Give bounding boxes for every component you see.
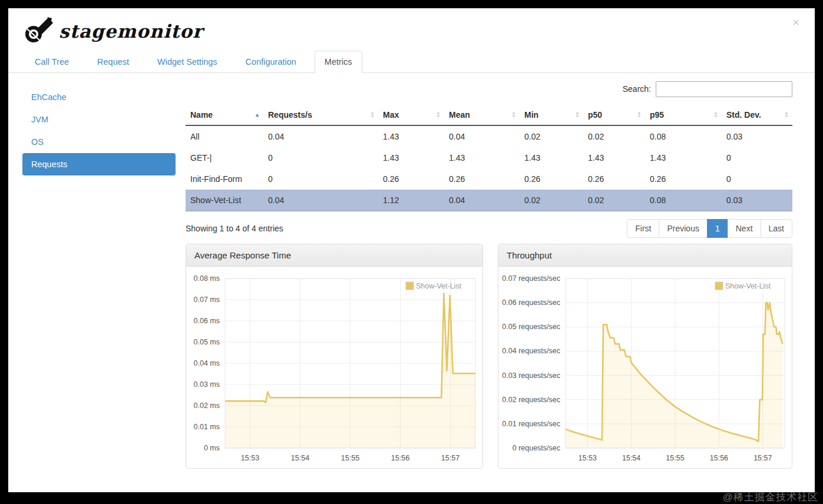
svg-text:15:54: 15:54 (622, 454, 640, 462)
svg-text:0.01 requests/sec: 0.01 requests/sec (502, 420, 560, 428)
cell-name: Init-Find-Form (186, 168, 263, 190)
sort-icon: ▲▼ (637, 111, 642, 118)
column-header-min[interactable]: Min▲▼ (520, 105, 583, 125)
pagination-previous-label[interactable]: Previous (659, 219, 707, 238)
tab-call-tree-label[interactable]: Call Tree (25, 51, 79, 73)
svg-text:15:54: 15:54 (291, 454, 309, 462)
cell-name: GET-| (186, 147, 263, 168)
charts-row: Average Response Time 0 ms0.01 ms0.02 ms… (186, 244, 792, 469)
cell-name: Show-Vet-List (186, 190, 263, 211)
column-header-std-dev[interactable]: Std. Dev.▲▼ (722, 105, 792, 125)
svg-text:0.04 requests/sec: 0.04 requests/sec (502, 347, 560, 355)
svg-text:0.05 requests/sec: 0.05 requests/sec (502, 323, 560, 331)
table-row[interactable]: Init-Find-Form 0 0.26 0.26 0.26 0.26 0.2… (186, 168, 792, 190)
logo: stagemonitor (8, 8, 815, 46)
search-input[interactable] (656, 81, 792, 97)
tab-request-label[interactable]: Request (87, 51, 139, 73)
column-header-requests-s[interactable]: Requests/s▲▼ (263, 105, 378, 125)
requests-metrics-panel: Search: Name▲ Requests/s▲▼ Max▲▼ Mean▲▼ … (186, 80, 792, 469)
svg-text:0.06 ms: 0.06 ms (194, 317, 220, 325)
cell-min: 0.26 (520, 168, 583, 190)
svg-text:Show-Vet-List: Show-Vet-List (725, 282, 771, 290)
sidebar-item-ehcache[interactable]: EhCache (22, 86, 176, 108)
pagination-last-label[interactable]: Last (761, 219, 792, 238)
pagination-last[interactable]: Last (761, 219, 792, 238)
table-row-selected[interactable]: Show-Vet-List 0.04 1.12 0.04 0.02 0.02 0… (186, 190, 792, 211)
tab-call-tree[interactable]: Call Tree (25, 51, 79, 73)
pagination-page-1[interactable]: 1 (708, 219, 728, 238)
cell-min: 0.02 (520, 190, 583, 211)
svg-text:0 ms: 0 ms (204, 444, 220, 452)
svg-text:Show-Vet-List: Show-Vet-List (416, 282, 462, 290)
tab-request[interactable]: Request (87, 51, 139, 73)
table-row[interactable]: GET-| 0 1.43 1.43 1.43 1.43 1.43 0 (186, 147, 792, 168)
sidebar-item-os[interactable]: OS (22, 131, 176, 153)
pagination-next-label[interactable]: Next (728, 219, 761, 238)
metrics-sidebar: EhCache JVM OS Requests (22, 80, 176, 469)
pagination: First Previous 1 Next Last (627, 219, 792, 238)
cell-mean: 0.04 (444, 125, 520, 147)
cell-max: 1.43 (378, 147, 444, 168)
sidebar-item-requests[interactable]: Requests (22, 153, 176, 175)
avg-response-time-chart: 0 ms0.01 ms0.02 ms0.03 ms0.04 ms0.05 ms0… (186, 267, 482, 468)
svg-text:0.07 requests/sec: 0.07 requests/sec (502, 274, 560, 283)
cell-std-dev: 0 (722, 168, 792, 190)
column-header-p50[interactable]: p50▲▼ (583, 105, 645, 125)
svg-text:15:55: 15:55 (666, 454, 684, 462)
megaphone-icon (25, 16, 55, 46)
search-label: Search: (623, 84, 651, 94)
svg-text:15:56: 15:56 (391, 454, 409, 462)
sort-icon: ▲▼ (511, 111, 516, 118)
tab-metrics[interactable]: Metrics (315, 51, 362, 73)
sort-asc-icon: ▲ (254, 112, 260, 118)
table-toolbar: Search: (186, 80, 792, 98)
pagination-first[interactable]: First (627, 219, 659, 238)
app-title: stagemonitor (59, 21, 203, 42)
tab-widget-settings[interactable]: Widget Settings (147, 51, 227, 73)
column-header-requests-s-label: Requests/s (268, 110, 312, 120)
throughput-panel: Throughput 0 requests/sec0.01 requests/s… (498, 244, 792, 469)
svg-text:15:55: 15:55 (341, 454, 359, 462)
sort-icon: ▲▼ (436, 111, 441, 118)
cell-min: 1.43 (520, 147, 583, 168)
table-info: Showing 1 to 4 of 4 entries (186, 224, 283, 233)
pagination-page-1-label[interactable]: 1 (707, 219, 728, 238)
cell-name: All (186, 125, 263, 147)
close-icon[interactable]: × (792, 18, 799, 27)
cell-mean: 0.26 (444, 168, 520, 190)
table-row[interactable]: All 0.04 1.43 0.04 0.02 0.02 0.08 0.03 (186, 125, 792, 147)
pagination-previous[interactable]: Previous (659, 219, 707, 238)
svg-text:0.02 ms: 0.02 ms (194, 402, 220, 410)
cell-std-dev: 0.03 (722, 190, 792, 211)
column-header-min-label: Min (524, 110, 538, 120)
pagination-next[interactable]: Next (728, 219, 761, 238)
column-header-p50-label: p50 (588, 110, 602, 120)
cell-p95: 0.08 (645, 190, 722, 211)
sort-icon: ▲▼ (713, 111, 718, 118)
svg-text:0.01 ms: 0.01 ms (194, 423, 220, 431)
tab-bar: Call Tree Request Widget Settings Config… (8, 51, 815, 73)
pagination-first-label[interactable]: First (627, 219, 659, 238)
tab-widget-settings-label[interactable]: Widget Settings (147, 51, 227, 73)
metrics-page: EhCache JVM OS Requests Search: Name▲ Re… (8, 73, 815, 469)
tab-metrics-label[interactable]: Metrics (315, 51, 362, 73)
cell-std-dev: 0 (722, 147, 792, 168)
tab-configuration[interactable]: Configuration (236, 51, 306, 73)
cell-requests-s: 0 (263, 168, 378, 190)
column-header-max[interactable]: Max▲▼ (378, 105, 444, 125)
svg-text:0.08 ms: 0.08 ms (194, 274, 220, 283)
metrics-table: Name▲ Requests/s▲▼ Max▲▼ Mean▲▼ Min▲▼ p5… (186, 105, 792, 211)
stagemonitor-widget: × stagemonitor Call Tree Request Widget … (8, 8, 815, 492)
avg-response-time-title: Average Response Time (186, 244, 482, 267)
cell-requests-s: 0.04 (263, 125, 378, 147)
column-header-name[interactable]: Name▲ (186, 105, 263, 125)
cell-p95: 1.43 (645, 147, 722, 168)
svg-text:0 requests/sec: 0 requests/sec (513, 444, 560, 452)
column-header-p95[interactable]: p95▲▼ (645, 105, 722, 125)
cell-p50: 1.43 (583, 147, 645, 168)
column-header-mean[interactable]: Mean▲▼ (444, 105, 520, 125)
column-header-max-label: Max (383, 110, 399, 120)
sidebar-item-jvm[interactable]: JVM (22, 108, 176, 131)
svg-text:15:57: 15:57 (753, 454, 772, 462)
tab-configuration-label[interactable]: Configuration (236, 51, 306, 73)
